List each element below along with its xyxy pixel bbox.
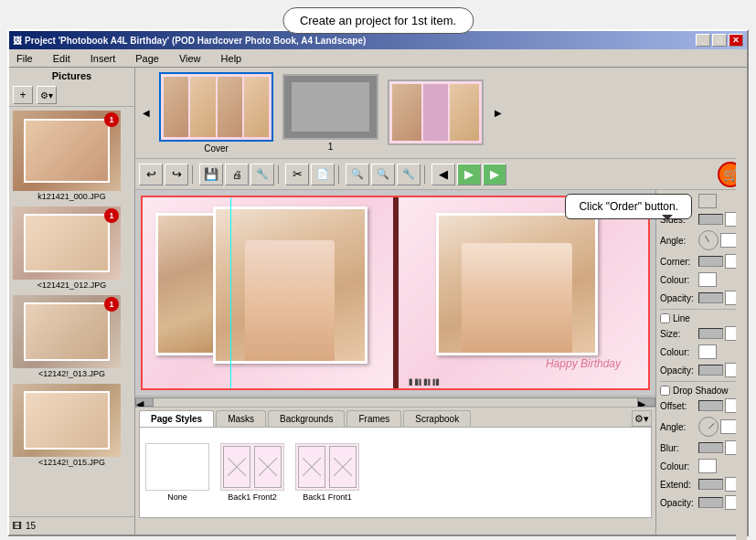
line-checkbox[interactable] [660, 313, 670, 323]
thumb-scroll-right[interactable]: ▶ [495, 108, 502, 118]
editor-area: Happy Birthday ▐▌▐▌▌▐▌▌▐▐▌ [135, 190, 747, 535]
cut-button[interactable]: ✂ [285, 164, 309, 185]
scroll-left-btn[interactable]: ◀ [135, 397, 154, 407]
play-button[interactable]: ▶ [483, 164, 506, 185]
thumb-scroll-left[interactable]: ◀ [143, 108, 150, 118]
prev-page-button[interactable]: ◀ [431, 164, 455, 185]
add-picture-button[interactable]: + [13, 86, 33, 104]
scroll-track[interactable] [154, 397, 637, 407]
page-left [143, 197, 399, 388]
opacity3-slider[interactable] [698, 497, 723, 508]
extend-slider[interactable] [698, 479, 723, 490]
blur-row: Blur: [660, 440, 743, 455]
corner-slider[interactable] [698, 256, 723, 267]
style-thumb-none[interactable] [145, 443, 209, 491]
redo-button[interactable]: ↪ [165, 164, 188, 185]
photo-box-2[interactable] [213, 206, 368, 363]
sides-slider[interactable] [698, 214, 723, 225]
save-button[interactable]: 💾 [199, 164, 223, 185]
title-bar: 🖼 Project 'Photobook A4L Birthday' (POD … [9, 31, 747, 49]
picture-item-2[interactable]: 1 [13, 206, 121, 280]
thumbnail-page1[interactable]: 1 [282, 74, 378, 152]
style-thumb-back1front1[interactable] [295, 443, 359, 491]
undo-button[interactable]: ↩ [139, 164, 163, 185]
colour2-row: Colour: [660, 344, 743, 359]
divider-1 [660, 309, 743, 310]
copy-button[interactable]: 📄 [311, 164, 335, 185]
right-panel: Shape: Sides: Angle: [655, 190, 747, 535]
drop-shadow-label: Drop Shadow [673, 386, 729, 396]
menu-page[interactable]: Page [132, 51, 163, 66]
corner-row: Corner: [660, 254, 743, 269]
thumbnail-page1-label: 1 [328, 142, 334, 152]
shape-color[interactable] [698, 194, 717, 208]
colour3-row: Colour: [660, 459, 743, 473]
angle2-dial[interactable] [698, 417, 719, 437]
list-item[interactable]: 1 <121421_012.JPG [13, 206, 131, 290]
colour3-swatch[interactable] [698, 459, 717, 473]
tab-frames[interactable]: Frames [346, 410, 401, 427]
tab-page-styles[interactable]: Page Styles [139, 410, 214, 427]
zoom-button[interactable]: 🔍 [371, 164, 395, 185]
maximize-button[interactable]: □ [712, 34, 727, 47]
tab-gear-button[interactable]: ⚙▾ [632, 410, 652, 427]
list-item[interactable]: <12142!_015.JPG [13, 384, 131, 467]
drop-shadow-checkbox-row: Drop Shadow [660, 386, 743, 396]
left-panel: Pictures + ⚙▾ 1 k12142 [9, 68, 135, 535]
film-icon: 🎞 [13, 521, 22, 531]
close-button[interactable]: ✕ [729, 34, 743, 47]
opacity2-slider[interactable] [698, 365, 723, 376]
style-item-back1front1[interactable]: Back1 Front1 [295, 443, 359, 502]
angle-dial[interactable] [698, 230, 719, 250]
size-slider[interactable] [698, 328, 723, 339]
tab-scrapbook[interactable]: Scrapbook [403, 410, 471, 427]
colour2-swatch[interactable] [698, 344, 717, 359]
tool-button[interactable]: 🔧 [397, 164, 421, 185]
list-item[interactable]: 1 k121421_000.JPG [13, 111, 131, 201]
order-tooltip-text: Click "Order" button. [579, 200, 678, 213]
scroll-right-btn[interactable]: ▶ [637, 397, 655, 407]
list-item[interactable]: 1 <12142!_013.JPG [13, 295, 131, 378]
photo-box-3[interactable] [436, 213, 599, 356]
drop-shadow-checkbox[interactable] [660, 386, 670, 396]
colour-swatch[interactable] [698, 272, 717, 287]
minimize-button[interactable]: _ [696, 34, 710, 47]
style-thumb-back1front2[interactable] [220, 443, 284, 491]
menu-edit[interactable]: Edit [49, 51, 74, 66]
menu-file[interactable]: File [13, 51, 37, 66]
offset-slider[interactable] [698, 400, 723, 411]
colour-label: Colour: [660, 275, 697, 285]
thumbnail-page2[interactable] [388, 79, 484, 147]
offset-row: Offset: [660, 398, 743, 413]
picture-item-4[interactable] [13, 384, 121, 457]
style-label-back1front1: Back1 Front1 [303, 492, 352, 502]
thumbnail-cover[interactable]: Cover [159, 72, 273, 154]
menu-help[interactable]: Help [218, 51, 246, 66]
picture-settings-button[interactable]: ⚙▾ [37, 86, 57, 104]
opacity-row: Opacity: [660, 291, 743, 305]
zoom-fit-button[interactable]: 🔍 [346, 164, 369, 185]
canvas-container: Happy Birthday ▐▌▐▌▌▐▌▌▐▐▌ [135, 190, 655, 535]
next-page-button[interactable]: ▶ [457, 164, 481, 185]
print-button[interactable]: 🖨 [225, 164, 249, 185]
style-item-back1front2[interactable]: Back1 Front2 [220, 443, 284, 502]
menu-view[interactable]: View [176, 51, 205, 66]
picture-badge-3: 1 [104, 297, 119, 312]
menu-insert[interactable]: Insert [87, 51, 120, 66]
style-item-none[interactable]: None [145, 443, 209, 502]
pictures-list: 1 k121421_000.JPG 1 <121421_012.JPG [9, 107, 134, 516]
thumbnail-cover-label: Cover [204, 143, 229, 154]
create-project-tooltip: Create an project for 1st item. [282, 7, 474, 34]
picture-item-3[interactable]: 1 [13, 295, 121, 368]
horizontal-scrollbar[interactable]: ◀ ▶ [135, 396, 655, 407]
tab-backgrounds[interactable]: Backgrounds [268, 410, 345, 427]
barcode: ▐▌▐▌▌▐▌▌▐▐▌ [408, 379, 441, 385]
tab-masks[interactable]: Masks [216, 410, 266, 427]
picture-item-1[interactable]: 1 [13, 111, 121, 191]
opacity-label: Opacity: [660, 293, 697, 303]
settings-button[interactable]: 🔧 [250, 164, 274, 185]
blur-slider[interactable] [698, 442, 723, 453]
line-checkbox-row: Line [660, 313, 743, 323]
toolbar-container: ↩ ↪ 💾 🖨 🔧 ✂ 📄 🔍 🔍 🔧 ◀ ▶ [135, 159, 747, 190]
opacity-slider[interactable] [698, 292, 723, 303]
